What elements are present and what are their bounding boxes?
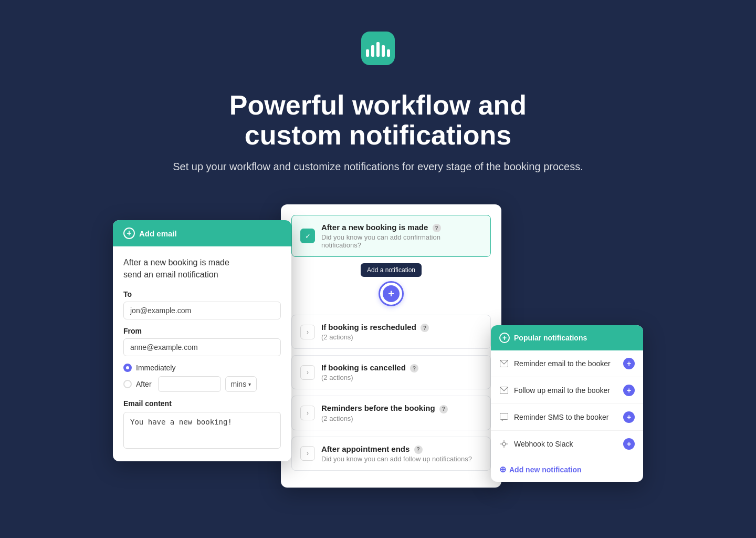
- workflow-title-after-appointment: After appointment ends ?: [321, 444, 472, 454]
- hero-subtitle: Set up your workflow and customize notif…: [10, 161, 746, 173]
- email-content-label: Email content: [123, 399, 281, 408]
- notification-item-reminder-email: Reminder email to the booker +: [491, 350, 643, 377]
- after-radio[interactable]: [123, 380, 132, 388]
- popular-notifications-header: + Popular notifications: [491, 325, 643, 350]
- after-option[interactable]: After mins ▾: [123, 376, 281, 392]
- workflow-title-new-booking: After a new booking is made ?: [321, 223, 482, 232]
- left-panel: + Add email After a new booking is made …: [113, 220, 291, 461]
- panels-area: + Add email After a new booking is made …: [0, 199, 756, 487]
- after-label: After: [136, 380, 152, 388]
- add-followup-email-button[interactable]: +: [623, 385, 635, 396]
- timing-radio-group: Immediately After mins ▾: [123, 364, 281, 392]
- email-content-textarea[interactable]: You have a new booking!: [123, 412, 281, 449]
- chevron-down-icon: ▾: [248, 381, 251, 387]
- add-new-icon: ⊕: [499, 464, 506, 474]
- workflow-item-rescheduled[interactable]: › If booking is rescheduled ? (2 actions…: [291, 315, 491, 349]
- reminder-email-label: Reminder email to the booker: [514, 359, 618, 368]
- add-webhook-slack-button[interactable]: +: [623, 438, 635, 450]
- from-label: From: [123, 327, 281, 335]
- svg-point-3: [502, 442, 506, 446]
- reminder-sms-label: Reminder SMS to the booker: [514, 413, 618, 421]
- workflow-item-cancelled[interactable]: › If booking is cancelled ? (2 actions): [291, 355, 491, 389]
- add-notification-tooltip: Add a notification: [361, 263, 422, 277]
- workflow-subtitle-new-booking: Did you know you can add confirmation no…: [321, 233, 482, 249]
- email-icon: [499, 359, 509, 368]
- immediately-label: Immediately: [136, 364, 175, 372]
- after-value-input[interactable]: [158, 376, 221, 392]
- right-panel: + Popular notifications Reminder email t…: [491, 325, 643, 482]
- add-reminder-email-button[interactable]: +: [623, 358, 635, 369]
- add-notification-button[interactable]: +: [379, 281, 404, 306]
- add-new-notification-link[interactable]: ⊕ Add new notification: [491, 457, 643, 482]
- popular-header-label: Popular notifications: [514, 334, 587, 342]
- app-logo: [361, 32, 395, 65]
- mins-select[interactable]: mins ▾: [225, 376, 257, 392]
- followup-email-label: Follow up email to the booker: [514, 386, 618, 395]
- webhook-icon: [499, 439, 509, 449]
- workflow-chevron-cancelled: ›: [300, 365, 315, 380]
- workflow-subtitle-cancelled: (2 actions): [321, 374, 418, 381]
- add-reminder-sms-button[interactable]: +: [623, 411, 635, 423]
- notification-item-followup-email: Follow up email to the booker +: [491, 377, 643, 404]
- email-icon-followup: [499, 386, 509, 395]
- help-icon-cancelled: ?: [410, 364, 418, 373]
- help-icon-after: ?: [414, 446, 423, 454]
- help-icon-reminders: ?: [439, 405, 448, 413]
- workflow-subtitle-rescheduled: (2 actions): [321, 333, 429, 341]
- immediately-option[interactable]: Immediately: [123, 364, 281, 372]
- workflow-subtitle-reminders: (2 actions): [321, 415, 448, 422]
- workflow-item-reminders[interactable]: › Reminders before the booking ? (2 acti…: [291, 396, 491, 430]
- workflow-check-icon: ✓: [300, 229, 315, 243]
- hero-section: Powerful workflow and custom notificatio…: [0, 0, 756, 199]
- workflow-title-cancelled: If booking is cancelled ?: [321, 363, 418, 373]
- sms-icon: [499, 412, 509, 422]
- add-email-label: Add email: [139, 229, 177, 238]
- workflow-title-reminders: Reminders before the booking ?: [321, 404, 448, 413]
- middle-panel: ✓ After a new booking is made ? Did you …: [281, 204, 501, 487]
- panel-description: After a new booking is made send an emai…: [123, 257, 281, 281]
- workflow-subtitle-after-appointment: Did you know you can add follow up notif…: [321, 455, 472, 463]
- add-new-label: Add new notification: [509, 465, 582, 474]
- plus-icon: +: [383, 285, 400, 302]
- to-label: To: [123, 290, 281, 298]
- svg-rect-2: [500, 413, 508, 420]
- add-email-header[interactable]: + Add email: [113, 220, 291, 246]
- add-notification-area: Add a notification +: [291, 263, 491, 306]
- workflow-item-after-appointment[interactable]: › After appointment ends ? Did you know …: [291, 437, 491, 471]
- workflow-chevron-reminders: ›: [300, 406, 315, 420]
- hero-title: Powerful workflow and custom notificatio…: [10, 90, 746, 150]
- notification-item-webhook-slack: Webhook to Slack +: [491, 431, 643, 457]
- notification-list: Reminder email to the booker + Follow up…: [491, 350, 643, 457]
- to-input[interactable]: [123, 302, 281, 319]
- immediately-radio[interactable]: [123, 364, 132, 372]
- help-icon-rescheduled: ?: [421, 324, 429, 332]
- workflow-item-new-booking[interactable]: ✓ After a new booking is made ? Did you …: [291, 215, 491, 257]
- help-icon: ?: [433, 224, 441, 232]
- from-input[interactable]: [123, 338, 281, 356]
- webhook-slack-label: Webhook to Slack: [514, 440, 618, 448]
- notification-item-reminder-sms: Reminder SMS to the booker +: [491, 404, 643, 431]
- workflow-title-rescheduled: If booking is rescheduled ?: [321, 323, 429, 332]
- add-email-icon: +: [123, 227, 135, 239]
- workflow-chevron-rescheduled: ›: [300, 325, 315, 339]
- popular-plus-icon: +: [499, 333, 510, 343]
- workflow-chevron-after: ›: [300, 446, 315, 461]
